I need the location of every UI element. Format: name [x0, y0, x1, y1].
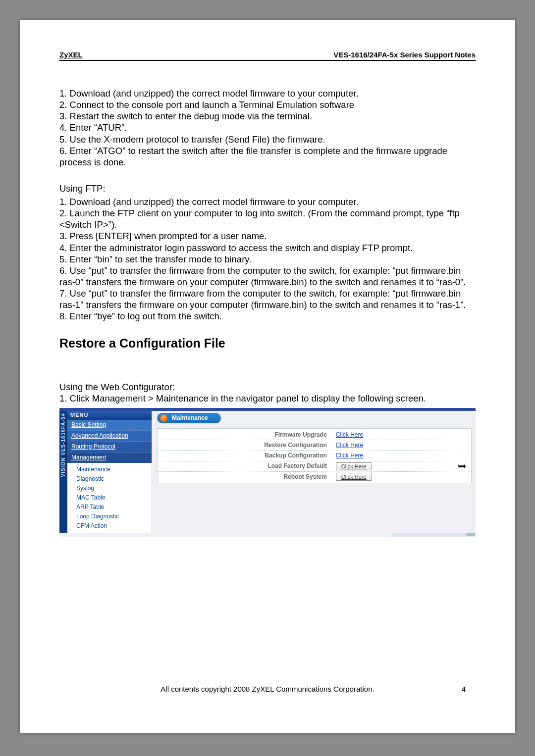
- nav-management[interactable]: Management: [67, 453, 152, 463]
- page-number: 4: [462, 685, 466, 693]
- list-item: 1. Download (and unzipped) the correct m…: [59, 196, 476, 207]
- maintenance-screenshot: VISION VES-1616FA-54 MENU Basic Setting …: [59, 408, 476, 537]
- procedure-list-ftp: 1. Download (and unzipped) the correct m…: [59, 196, 476, 322]
- list-item: 2. Connect to the console port and launc…: [59, 99, 476, 110]
- page-content: 1. Download (and unzipped) the correct m…: [59, 88, 476, 537]
- page-header: ZyXEL VES-1616/24FA-5x Series Support No…: [59, 50, 476, 61]
- header-title: VES-1616/24FA-5x Series Support Notes: [333, 50, 476, 59]
- menu-header: MENU: [67, 411, 152, 420]
- row-backup-configuration: Backup Configuration Click Here: [158, 451, 471, 461]
- header-brand: ZyXEL: [59, 50, 83, 59]
- nav-sub-diagnostic[interactable]: Diagnostic: [76, 474, 152, 484]
- row-reboot-system: Reboot System Click Here: [158, 472, 471, 482]
- nav-sub-syslog[interactable]: Syslog: [76, 484, 152, 493]
- nav-routing-protocol[interactable]: Routing Protocol: [67, 442, 152, 453]
- section-title: Restore a Configuration File: [59, 336, 476, 351]
- maintenance-main-panel: Maintenance Firmware Upgrade Click Here …: [152, 411, 476, 533]
- list-item: 3. Press [ENTER] when prompted for a use…: [59, 230, 476, 242]
- link-firmware-upgrade[interactable]: Click Here: [336, 431, 363, 438]
- link-backup-configuration[interactable]: Click Here: [336, 452, 363, 459]
- list-item: 1. Download (and unzipped) the correct m…: [59, 88, 476, 99]
- list-item: 7. Use “put” to transfer the firmware fr…: [59, 288, 476, 310]
- web-configurator-heading: Using the Web Configurator:: [59, 381, 476, 393]
- procedure-list-terminal: 1. Download (and unzipped) the correct m…: [59, 88, 476, 168]
- link-restore-configuration[interactable]: Click Here: [336, 442, 363, 449]
- nav-sub-mac-table[interactable]: MAC Table: [76, 493, 152, 503]
- list-item: 8. Enter “bye” to log out from the switc…: [59, 310, 476, 322]
- list-item: 3. Restart the switch to enter the debug…: [59, 110, 476, 122]
- row-firmware-upgrade: Firmware Upgrade Click Here: [158, 430, 471, 440]
- nav-sub-cfm-action[interactable]: CFM Action: [76, 521, 152, 531]
- list-item: 4. Enter the administrator login passwor…: [59, 242, 476, 253]
- ftp-heading: Using FTP:: [59, 183, 476, 194]
- maintenance-table: Firmware Upgrade Click Here Restore Conf…: [157, 428, 472, 483]
- nav-basic-setting[interactable]: Basic Setting: [67, 420, 152, 431]
- panel-title-pill: Maintenance: [157, 413, 221, 423]
- button-reboot-system[interactable]: Click Here: [336, 473, 372, 481]
- nav-sub-loop-diagnostic[interactable]: Loop Diagnostic: [76, 512, 152, 521]
- list-item: 5. Use the X-modem protocol to transfer …: [59, 134, 476, 145]
- list-item: 6. Use “put” to transfer the firmware fr…: [59, 265, 476, 288]
- button-load-factory-default[interactable]: Click Here: [336, 462, 372, 470]
- nav-sub-arp-table[interactable]: ARP Table: [76, 503, 152, 512]
- row-restore-configuration: Restore Configuration Click Here: [158, 440, 471, 451]
- nav-advanced-application[interactable]: Advanced Application: [67, 431, 152, 442]
- row-load-factory-default: Load Factory Default Click Here: [158, 461, 471, 472]
- list-item: 4. Enter “ATUR”.: [59, 122, 476, 133]
- list-item: 2. Launch the FTP client on your compute…: [59, 207, 476, 230]
- nav-sub-maintenance[interactable]: Maintenance: [76, 465, 152, 474]
- list-item: 5. Enter “bin” to set the transfer mode …: [59, 253, 476, 265]
- nav-management-sublist: Maintenance Diagnostic Syslog MAC Table …: [67, 463, 152, 533]
- list-item: 6. Enter “ATGO” to restart the switch af…: [59, 145, 476, 168]
- product-side-label: VISION VES-1616FA-54: [59, 411, 67, 533]
- document-page: ZyXEL VES-1616/24FA-5x Series Support No…: [20, 20, 515, 733]
- status-dot-icon: [160, 414, 168, 422]
- page-footer: All contents copyright 2008 ZyXEL Commun…: [20, 685, 515, 693]
- cursor-icon: ⮩: [458, 461, 467, 473]
- web-configurator-step: 1. Click Management > Maintenance in the…: [59, 393, 476, 404]
- navigator-panel: MENU Basic Setting Advanced Application …: [67, 411, 152, 533]
